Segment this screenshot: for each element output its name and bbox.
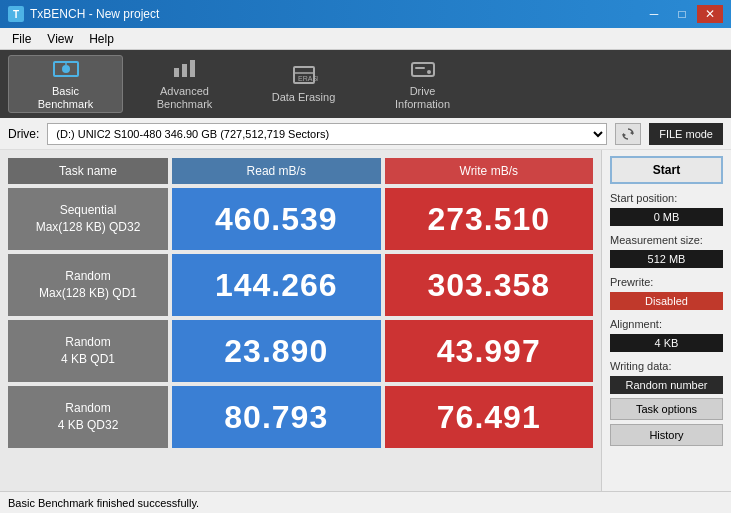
drive-label: Drive: — [8, 127, 39, 141]
svg-rect-3 — [174, 68, 179, 77]
menu-bar: File View Help — [0, 28, 731, 50]
svg-point-1 — [62, 65, 70, 73]
advanced-benchmark-icon — [171, 57, 199, 81]
row-3-write: 76.491 — [385, 386, 594, 448]
row-2-name: Random4 KB QD1 — [8, 320, 168, 382]
basic-benchmark-icon — [52, 57, 80, 81]
svg-text:ERASE: ERASE — [298, 75, 318, 82]
prewrite-value: Disabled — [610, 292, 723, 310]
status-bar: Basic Benchmark finished successfully. — [0, 491, 731, 513]
header-write: Write mB/s — [385, 158, 594, 184]
row-3-name: Random4 KB QD32 — [8, 386, 168, 448]
svg-rect-9 — [412, 63, 434, 76]
svg-marker-13 — [623, 133, 626, 137]
window-title: TxBENCH - New project — [30, 7, 641, 21]
svg-marker-12 — [630, 131, 633, 135]
row-1-name: RandomMax(128 KB) QD1 — [8, 254, 168, 316]
app-icon: T — [8, 6, 24, 22]
svg-point-10 — [427, 70, 431, 74]
writing-data-value: Random number — [610, 376, 723, 394]
row-0-write: 273.510 — [385, 188, 594, 250]
toolbar-drive-information[interactable]: DriveInformation — [365, 55, 480, 113]
row-1-read: 144.266 — [172, 254, 381, 316]
writing-data-label: Writing data: — [610, 360, 723, 372]
svg-rect-4 — [182, 64, 187, 77]
start-position-label: Start position: — [610, 192, 723, 204]
start-position-value: 0 MB — [610, 208, 723, 226]
row-2-read: 23.890 — [172, 320, 381, 382]
title-bar: T TxBENCH - New project ─ □ ✕ — [0, 0, 731, 28]
drive-information-label: DriveInformation — [395, 85, 450, 111]
menu-help[interactable]: Help — [81, 30, 122, 48]
row-0-name: SequentialMax(128 KB) QD32 — [8, 188, 168, 250]
table-row: Random4 KB QD1 23.890 43.997 — [8, 320, 593, 382]
data-erasing-label: Data Erasing — [272, 91, 336, 104]
drive-refresh-button[interactable] — [615, 123, 641, 145]
row-2-write: 43.997 — [385, 320, 594, 382]
benchmark-table: Task name Read mB/s Write mB/s Sequentia… — [0, 150, 601, 491]
main-area: Task name Read mB/s Write mB/s Sequentia… — [0, 150, 731, 491]
start-button[interactable]: Start — [610, 156, 723, 184]
table-row: RandomMax(128 KB) QD1 144.266 303.358 — [8, 254, 593, 316]
alignment-label: Alignment: — [610, 318, 723, 330]
right-panel: Start Start position: 0 MB Measurement s… — [601, 150, 731, 491]
prewrite-label: Prewrite: — [610, 276, 723, 288]
measurement-size-value: 512 MB — [610, 250, 723, 268]
window-controls: ─ □ ✕ — [641, 5, 723, 23]
svg-rect-11 — [415, 67, 425, 69]
task-options-button[interactable]: Task options — [610, 398, 723, 420]
status-text: Basic Benchmark finished successfully. — [8, 497, 199, 509]
basic-benchmark-label: BasicBenchmark — [38, 85, 94, 111]
table-row: Random4 KB QD32 80.793 76.491 — [8, 386, 593, 448]
history-button[interactable]: History — [610, 424, 723, 446]
toolbar-basic-benchmark[interactable]: BasicBenchmark — [8, 55, 123, 113]
drive-select[interactable]: (D:) UNIC2 S100-480 346.90 GB (727,512,7… — [47, 123, 607, 145]
row-0-read: 460.539 — [172, 188, 381, 250]
file-mode-button[interactable]: FILE mode — [649, 123, 723, 145]
header-read: Read mB/s — [172, 158, 381, 184]
advanced-benchmark-label: AdvancedBenchmark — [157, 85, 213, 111]
menu-view[interactable]: View — [39, 30, 81, 48]
toolbar-advanced-benchmark[interactable]: AdvancedBenchmark — [127, 55, 242, 113]
toolbar: BasicBenchmark AdvancedBenchmark ERASE D… — [0, 50, 731, 118]
row-1-write: 303.358 — [385, 254, 594, 316]
minimize-button[interactable]: ─ — [641, 5, 667, 23]
close-button[interactable]: ✕ — [697, 5, 723, 23]
menu-file[interactable]: File — [4, 30, 39, 48]
drive-information-icon — [409, 57, 437, 81]
data-erasing-icon: ERASE — [290, 63, 318, 87]
header-task-name: Task name — [8, 158, 168, 184]
maximize-button[interactable]: □ — [669, 5, 695, 23]
row-3-read: 80.793 — [172, 386, 381, 448]
svg-rect-5 — [190, 60, 195, 77]
drive-row: Drive: (D:) UNIC2 S100-480 346.90 GB (72… — [0, 118, 731, 150]
table-row: SequentialMax(128 KB) QD32 460.539 273.5… — [8, 188, 593, 250]
measurement-size-label: Measurement size: — [610, 234, 723, 246]
table-header: Task name Read mB/s Write mB/s — [8, 158, 593, 184]
toolbar-data-erasing[interactable]: ERASE Data Erasing — [246, 55, 361, 113]
alignment-value: 4 KB — [610, 334, 723, 352]
